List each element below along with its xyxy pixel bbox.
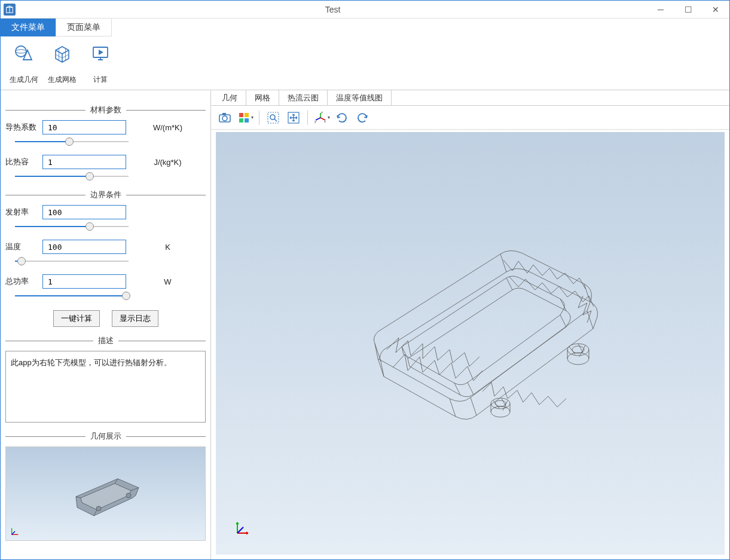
param-unit: J/(kg*K)	[130, 158, 206, 167]
main-area: 材料参数 导热系数 W/(m*K) 比热容 J/(kg*K) 边界条件 发射率 …	[1, 90, 729, 559]
show-log-button[interactable]: 显示日志	[112, 310, 158, 327]
svg-rect-13	[268, 112, 279, 123]
rotate-cw-button[interactable]	[353, 109, 371, 127]
title-bar: Test ─ ☐ ✕	[1, 1, 729, 19]
wireframe-model	[303, 218, 638, 469]
total-power-input[interactable]	[42, 274, 126, 289]
axis-indicator-icon	[10, 526, 20, 537]
param-row-total-power: 总功率 W	[5, 274, 206, 289]
one-click-compute-button[interactable]: 一键计算	[53, 310, 100, 327]
axis-indicator-icon	[234, 519, 252, 537]
param-row-conductivity: 导热系数 W/(m*K)	[5, 120, 206, 134]
pan-button[interactable]	[285, 109, 303, 127]
viewport-canvas[interactable]	[216, 132, 725, 555]
action-buttons-row: 一键计算 显示日志	[5, 310, 206, 327]
svg-point-1	[16, 46, 26, 57]
render-mode-button[interactable]: ▾	[236, 109, 254, 127]
ribbon-generate-geometry[interactable]: 生成几何	[7, 40, 41, 86]
svg-rect-8	[222, 113, 226, 115]
close-button[interactable]: ✕	[702, 1, 729, 19]
svg-text:z: z	[321, 111, 323, 114]
ribbon-content: 生成几何 生成网格 计算	[1, 36, 729, 90]
sphere-cone-icon	[13, 42, 35, 64]
zoom-box-icon	[267, 111, 280, 124]
temperature-slider[interactable]	[15, 256, 129, 266]
svg-point-14	[270, 115, 275, 120]
svg-rect-10	[245, 113, 249, 117]
total-power-slider[interactable]	[15, 291, 129, 301]
svg-point-21	[567, 353, 589, 365]
section-material-title: 材料参数	[5, 105, 206, 115]
svg-point-7	[222, 116, 227, 121]
toolbar-separator	[307, 111, 308, 125]
rotate-cw-icon	[356, 111, 369, 124]
ribbon-tab-file[interactable]: 文件菜单	[1, 19, 56, 36]
viewport-area: 几何 网格 热流云图 温度等值线图 ▾	[211, 90, 729, 559]
play-monitor-icon	[90, 42, 111, 64]
param-label: 比热容	[5, 157, 39, 167]
axis-view-button[interactable]: z x y ▾	[313, 109, 331, 127]
viewport-tabs: 几何 网格 热流云图 温度等值线图	[211, 90, 729, 106]
zoom-select-button[interactable]	[264, 109, 282, 127]
viewport-tab-heatflow[interactable]: 热流云图	[279, 90, 328, 105]
heat-capacity-slider[interactable]	[15, 172, 129, 181]
heat-capacity-input[interactable]	[42, 155, 126, 169]
emissivity-slider[interactable]	[15, 222, 129, 231]
sidebar: 材料参数 导热系数 W/(m*K) 比热容 J/(kg*K) 边界条件 发射率 …	[1, 90, 211, 559]
section-boundary-title: 边界条件	[5, 189, 206, 200]
conductivity-input[interactable]	[42, 120, 126, 134]
emissivity-input[interactable]	[42, 205, 126, 219]
viewport-tab-isotherm[interactable]: 温度等值线图	[328, 90, 392, 105]
param-label: 温度	[5, 241, 39, 252]
section-description-title: 描述	[5, 335, 206, 346]
viewport-tab-mesh[interactable]: 网格	[246, 90, 279, 105]
window-title: Test	[19, 5, 647, 14]
window-controls: ─ ☐ ✕	[647, 1, 729, 19]
viewport-tab-geometry[interactable]: 几何	[213, 90, 246, 105]
svg-rect-9	[239, 113, 243, 117]
ribbon-label: 计算	[93, 75, 108, 85]
rotate-ccw-icon	[335, 111, 349, 124]
param-row-temperature: 温度 K	[5, 240, 206, 254]
param-label: 总功率	[5, 276, 39, 287]
svg-point-5	[96, 506, 101, 511]
svg-point-2	[16, 50, 26, 53]
param-label: 导热系数	[5, 122, 39, 133]
maximize-button[interactable]: ☐	[674, 1, 702, 19]
ribbon-label: 生成网格	[48, 75, 77, 85]
chevron-down-icon: ▾	[251, 115, 253, 120]
ribbon-generate-mesh[interactable]: 生成网格	[45, 40, 80, 86]
chevron-down-icon: ▾	[328, 115, 330, 120]
svg-point-19	[567, 344, 589, 356]
cube-colors-icon	[237, 111, 251, 124]
temperature-input[interactable]	[42, 240, 126, 254]
param-label: 发射率	[5, 207, 39, 218]
conductivity-slider[interactable]	[15, 137, 129, 146]
preview-model-icon	[64, 467, 148, 521]
svg-point-22	[491, 398, 510, 409]
svg-point-20	[572, 346, 584, 353]
pan-arrows-icon	[287, 111, 300, 124]
ribbon-tab-page[interactable]: 页面菜单	[56, 19, 112, 36]
param-row-emissivity: 发射率	[5, 205, 206, 219]
geometry-preview[interactable]	[5, 446, 206, 541]
toolbar-separator	[259, 111, 259, 125]
ribbon-compute[interactable]: 计算	[83, 40, 118, 86]
param-row-heat-capacity: 比热容 J/(kg*K)	[5, 155, 206, 169]
screenshot-button[interactable]	[216, 109, 234, 127]
app-icon	[4, 4, 16, 16]
svg-point-4	[126, 493, 131, 498]
ribbon-label: 生成几何	[10, 75, 38, 85]
svg-point-24	[491, 406, 510, 417]
rotate-ccw-button[interactable]	[333, 109, 351, 127]
section-geometry-display-title: 几何展示	[5, 431, 206, 442]
mesh-cube-icon	[51, 42, 73, 64]
minimize-button[interactable]: ─	[647, 1, 674, 19]
svg-rect-12	[245, 118, 249, 123]
svg-rect-11	[239, 118, 243, 123]
xyz-axis-icon: z x y	[314, 111, 327, 124]
ribbon-tabs: 文件菜单 页面菜单	[1, 19, 729, 36]
param-unit: W	[130, 277, 206, 286]
camera-icon	[218, 111, 231, 124]
param-unit: K	[130, 243, 206, 252]
